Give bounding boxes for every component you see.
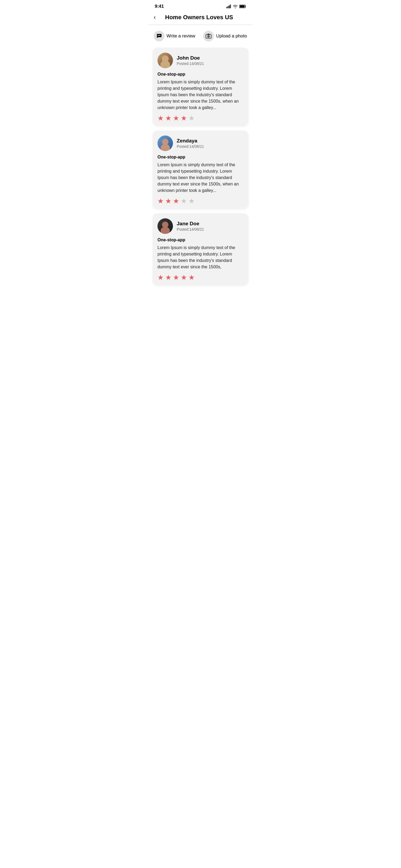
avatar <box>157 218 173 234</box>
write-review-button[interactable]: Write a review <box>154 31 195 41</box>
svg-point-7 <box>159 35 160 36</box>
svg-rect-2 <box>229 5 229 8</box>
star-1: ★ <box>157 115 164 122</box>
review-card: John Doe Posted:14/08/21 One-stop-app Lo… <box>153 48 248 126</box>
svg-rect-11 <box>208 34 210 35</box>
star-5: ★ <box>188 274 195 281</box>
upload-photo-label: Upload a photo <box>216 33 247 39</box>
star-4: ★ <box>181 274 187 281</box>
reviewer-name: Jane Doe <box>177 221 204 227</box>
page-title: Home Owners Loves US <box>159 14 239 21</box>
back-button[interactable]: ‹ <box>154 14 156 20</box>
write-review-label: Write a review <box>166 33 195 39</box>
signal-icon <box>226 4 231 8</box>
write-review-icon <box>154 31 164 41</box>
star-2: ★ <box>165 197 172 205</box>
upload-photo-icon <box>203 31 214 41</box>
header: ‹ Home Owners Loves US <box>148 11 253 25</box>
star-3: ★ <box>173 115 179 122</box>
star-4: ★ <box>181 115 187 122</box>
reviewer-date: Posted:14/08/21 <box>177 61 204 66</box>
star-2: ★ <box>165 115 172 122</box>
reviews-container: John Doe Posted:14/08/21 One-stop-app Lo… <box>148 44 253 289</box>
star-4: ★ <box>181 197 187 205</box>
reviewer-date: Posted:14/08/21 <box>177 227 204 231</box>
avatar <box>157 135 173 151</box>
review-header: Zendaya Posted:14/08/21 <box>157 135 244 151</box>
reviewer-date: Posted:14/08/21 <box>177 144 204 149</box>
review-text: Lorem Ipsum is simply dummy text of the … <box>157 162 244 194</box>
battery-icon <box>239 4 246 8</box>
reviewer-info: Zendaya Posted:14/08/21 <box>177 138 204 149</box>
review-header: John Doe Posted:14/08/21 <box>157 53 244 68</box>
upload-photo-button[interactable]: Upload a photo <box>203 31 247 41</box>
star-1: ★ <box>157 274 164 281</box>
status-icons <box>226 4 246 8</box>
svg-rect-3 <box>230 4 231 8</box>
review-text: Lorem Ipsum is simply dummy text of the … <box>157 79 244 111</box>
star-rating: ★ ★ ★ ★ ★ <box>157 197 244 205</box>
star-2: ★ <box>165 274 172 281</box>
reviewer-info: Jane Doe Posted:14/08/21 <box>177 221 204 232</box>
reviewer-name: John Doe <box>177 55 204 61</box>
review-header: Jane Doe Posted:14/08/21 <box>157 218 244 234</box>
review-card: Jane Doe Posted:14/08/21 One-stop-app Lo… <box>153 214 248 285</box>
review-app: One-stop-app <box>157 72 244 77</box>
reviewer-info: John Doe Posted:14/08/21 <box>177 55 204 66</box>
review-app: One-stop-app <box>157 238 244 242</box>
review-card: Zendaya Posted:14/08/21 One-stop-app Lor… <box>153 131 248 209</box>
svg-point-8 <box>160 35 160 36</box>
star-5: ★ <box>188 197 195 205</box>
review-app: One-stop-app <box>157 155 244 159</box>
svg-rect-5 <box>240 5 245 8</box>
wifi-icon <box>233 4 238 8</box>
status-time: 9:41 <box>155 4 164 9</box>
avatar <box>157 53 173 68</box>
star-3: ★ <box>173 274 179 281</box>
svg-point-12 <box>208 36 209 37</box>
review-text: Lorem Ipsum is simply dummy text of the … <box>157 245 244 270</box>
action-row: Write a review Upload a photo <box>148 25 253 44</box>
reviewer-name: Zendaya <box>177 138 204 144</box>
svg-rect-1 <box>228 6 228 8</box>
status-bar: 9:41 <box>148 0 253 11</box>
star-3: ★ <box>173 197 179 205</box>
svg-rect-0 <box>226 7 227 8</box>
star-rating: ★ ★ ★ ★ ★ <box>157 115 244 122</box>
svg-point-6 <box>158 35 158 36</box>
star-rating: ★ ★ ★ ★ ★ <box>157 274 244 281</box>
star-5: ★ <box>188 115 195 122</box>
star-1: ★ <box>157 197 164 205</box>
